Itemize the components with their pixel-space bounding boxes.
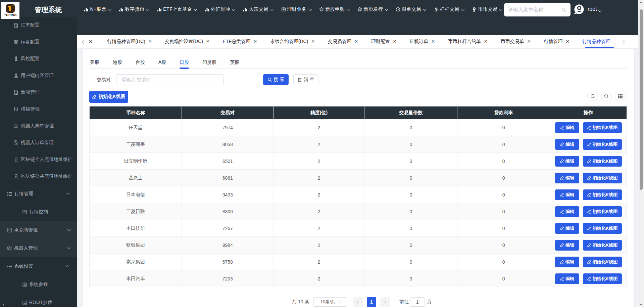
svg-text:SQL: SQL — [15, 24, 18, 25]
svg-text:SQL: SQL — [15, 91, 18, 92]
